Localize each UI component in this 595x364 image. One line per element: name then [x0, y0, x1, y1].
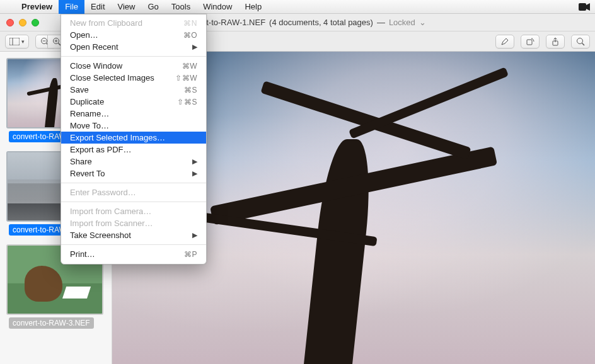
menu-file[interactable]: File: [59, 0, 84, 14]
menu-item-label: Import from Scanner…: [70, 219, 153, 228]
menu-item[interactable]: Export Selected Images…: [61, 132, 206, 144]
share-button[interactable]: [546, 35, 565, 48]
search-icon: [576, 37, 585, 46]
menu-item[interactable]: Print…⌘P: [61, 248, 206, 260]
menu-item-shortcut: ⌘O: [183, 31, 197, 40]
markup-button[interactable]: [495, 35, 514, 48]
menu-help[interactable]: Help: [238, 0, 268, 14]
svg-point-13: [577, 38, 583, 43]
thumbnail-label: convert-to-RAW-3.NEF: [9, 317, 94, 329]
close-window-button[interactable]: [6, 19, 14, 26]
menu-item[interactable]: Save⌘S: [61, 84, 206, 96]
menu-separator: [61, 244, 206, 245]
menu-item[interactable]: Take Screenshot▶: [61, 229, 206, 241]
menu-item-label: Move To…: [70, 121, 109, 130]
markup-pen-icon: [500, 37, 509, 46]
traffic-lights: [0, 19, 39, 26]
zoom-window-button[interactable]: [32, 19, 39, 26]
file-menu-dropdown: New from Clipboard⌘NOpen…⌘OOpen Recent▶C…: [61, 14, 207, 264]
menu-separator: [61, 56, 206, 57]
title-separator: —: [377, 18, 385, 27]
window-title[interactable]: convert-to-RAW-1.NEF (4 documents, 4 tot…: [169, 18, 426, 28]
menu-item-shortcut: ⇧⌘W: [175, 74, 197, 82]
menu-item: New from Clipboard⌘N: [61, 17, 206, 29]
svg-rect-1: [9, 38, 20, 45]
menu-item[interactable]: Close Selected Images⇧⌘W: [61, 72, 206, 84]
menu-item-label: Share: [70, 157, 92, 166]
svg-line-14: [582, 43, 585, 45]
menu-item-label: New from Clipboard: [70, 18, 142, 28]
app-name[interactable]: Preview: [21, 2, 52, 11]
svg-rect-10: [527, 40, 532, 45]
menu-item[interactable]: Open…⌘O: [61, 29, 206, 41]
rotate-icon: [526, 37, 534, 46]
menu-item-label: Rename…: [70, 109, 109, 118]
menu-go[interactable]: Go: [141, 0, 165, 14]
sidebar-toggle-button[interactable]: ▾: [5, 35, 29, 48]
menu-item-label: Open…: [70, 30, 98, 40]
search-button[interactable]: [571, 35, 590, 48]
menu-edit[interactable]: Edit: [84, 0, 111, 14]
menu-item-label: Export Selected Images…: [70, 133, 165, 142]
submenu-arrow-icon: ▶: [192, 169, 197, 178]
menu-view[interactable]: View: [112, 0, 142, 14]
menu-item-shortcut: ⌘S: [184, 86, 197, 94]
menu-item-label: Enter Password…: [70, 188, 136, 197]
rotate-button[interactable]: [521, 35, 540, 48]
sidebar-icon: [9, 38, 20, 45]
menu-tools[interactable]: Tools: [165, 0, 197, 14]
document-meta: (4 documents, 4 total pages): [269, 18, 373, 27]
menu-item[interactable]: Rename…: [61, 108, 206, 120]
menu-item-label: Export as PDF…: [70, 145, 132, 154]
menu-item[interactable]: Revert To▶: [61, 168, 206, 179]
menu-item-label: Close Window: [70, 61, 122, 71]
share-icon: [551, 37, 560, 46]
menu-item: Enter Password…: [61, 186, 206, 198]
menu-item[interactable]: Open Recent▶: [61, 41, 206, 53]
menu-separator: [61, 202, 206, 202]
submenu-arrow-icon: ▶: [192, 157, 197, 166]
menu-item[interactable]: Export as PDF…: [61, 144, 206, 156]
menu-item-label: Open Recent: [70, 42, 118, 52]
menu-item-label: Import from Camera…: [70, 207, 151, 216]
menu-bar: Preview File Edit View Go Tools Window H…: [0, 0, 595, 14]
menu-item-shortcut: ⌘N: [183, 19, 197, 28]
minimize-window-button[interactable]: [19, 19, 26, 26]
locked-caret-icon[interactable]: ⌄: [419, 18, 426, 27]
menu-item-shortcut: ⇧⌘S: [177, 98, 197, 106]
menu-separator: [61, 183, 206, 183]
submenu-arrow-icon: ▶: [192, 231, 197, 239]
submenu-arrow-icon: ▶: [192, 43, 197, 51]
menu-item-label: Duplicate: [70, 97, 104, 106]
chevron-down-icon: ▾: [21, 38, 25, 45]
menu-item: Import from Scanner…: [61, 217, 206, 229]
menu-item[interactable]: Move To…: [61, 120, 206, 132]
svg-rect-0: [579, 3, 586, 11]
menu-item-label: Save: [70, 85, 89, 94]
menu-item-label: Take Screenshot: [70, 230, 131, 240]
menu-item-label: Print…: [70, 249, 95, 259]
zoom-in-icon: [52, 37, 61, 46]
facetime-icon[interactable]: [579, 3, 590, 11]
menu-item-shortcut: ⌘P: [184, 250, 197, 259]
menu-item: Import from Camera…: [61, 205, 206, 217]
menu-window[interactable]: Window: [197, 0, 238, 14]
menu-item-label: Revert To: [70, 169, 105, 178]
locked-label[interactable]: Locked: [389, 18, 415, 27]
menu-item[interactable]: Duplicate⇧⌘S: [61, 96, 206, 108]
menu-item-shortcut: ⌘W: [182, 62, 197, 71]
menu-item-label: Close Selected Images: [70, 73, 154, 82]
menu-item[interactable]: Close Window⌘W: [61, 60, 206, 72]
menu-item[interactable]: Share▶: [61, 156, 206, 168]
